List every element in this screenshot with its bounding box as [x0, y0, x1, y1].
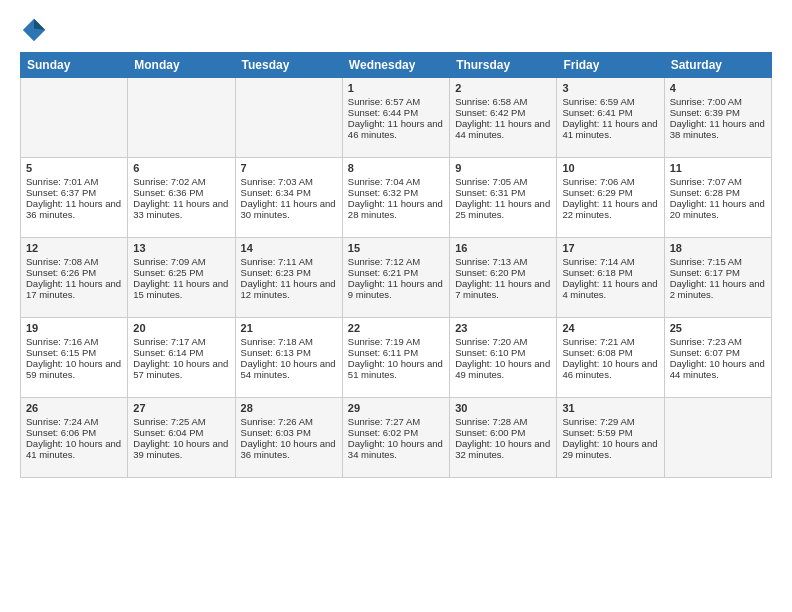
- day-info: Sunset: 6:11 PM: [348, 347, 444, 358]
- day-info: Sunset: 6:34 PM: [241, 187, 337, 198]
- calendar-cell: 8Sunrise: 7:04 AMSunset: 6:32 PMDaylight…: [342, 158, 449, 238]
- day-number: 31: [562, 402, 658, 414]
- day-info: Daylight: 10 hours and 57 minutes.: [133, 358, 229, 380]
- header-cell-wednesday: Wednesday: [342, 53, 449, 78]
- day-info: Sunrise: 7:13 AM: [455, 256, 551, 267]
- day-number: 20: [133, 322, 229, 334]
- calendar-cell: 7Sunrise: 7:03 AMSunset: 6:34 PMDaylight…: [235, 158, 342, 238]
- day-info: Daylight: 11 hours and 44 minutes.: [455, 118, 551, 140]
- week-row-4: 26Sunrise: 7:24 AMSunset: 6:06 PMDayligh…: [21, 398, 772, 478]
- header-cell-sunday: Sunday: [21, 53, 128, 78]
- day-info: Sunrise: 7:09 AM: [133, 256, 229, 267]
- day-info: Sunrise: 7:04 AM: [348, 176, 444, 187]
- calendar-cell: 10Sunrise: 7:06 AMSunset: 6:29 PMDayligh…: [557, 158, 664, 238]
- week-row-2: 12Sunrise: 7:08 AMSunset: 6:26 PMDayligh…: [21, 238, 772, 318]
- day-number: 8: [348, 162, 444, 174]
- day-number: 26: [26, 402, 122, 414]
- day-info: Sunset: 6:37 PM: [26, 187, 122, 198]
- day-number: 25: [670, 322, 766, 334]
- day-info: Daylight: 11 hours and 15 minutes.: [133, 278, 229, 300]
- calendar-cell: [21, 78, 128, 158]
- day-info: Daylight: 11 hours and 7 minutes.: [455, 278, 551, 300]
- calendar-cell: 22Sunrise: 7:19 AMSunset: 6:11 PMDayligh…: [342, 318, 449, 398]
- day-info: Sunset: 6:02 PM: [348, 427, 444, 438]
- day-info: Daylight: 11 hours and 36 minutes.: [26, 198, 122, 220]
- week-row-1: 5Sunrise: 7:01 AMSunset: 6:37 PMDaylight…: [21, 158, 772, 238]
- day-number: 18: [670, 242, 766, 254]
- day-info: Sunset: 6:10 PM: [455, 347, 551, 358]
- day-info: Sunrise: 7:16 AM: [26, 336, 122, 347]
- day-info: Daylight: 11 hours and 2 minutes.: [670, 278, 766, 300]
- calendar-cell: 24Sunrise: 7:21 AMSunset: 6:08 PMDayligh…: [557, 318, 664, 398]
- day-info: Sunrise: 7:02 AM: [133, 176, 229, 187]
- calendar-cell: [128, 78, 235, 158]
- day-info: Daylight: 11 hours and 22 minutes.: [562, 198, 658, 220]
- day-number: 30: [455, 402, 551, 414]
- day-info: Sunrise: 6:58 AM: [455, 96, 551, 107]
- day-info: Sunrise: 7:00 AM: [670, 96, 766, 107]
- calendar-cell: 15Sunrise: 7:12 AMSunset: 6:21 PMDayligh…: [342, 238, 449, 318]
- day-number: 13: [133, 242, 229, 254]
- day-info: Sunset: 6:23 PM: [241, 267, 337, 278]
- logo-icon: [20, 16, 48, 44]
- header: [20, 16, 772, 44]
- day-info: Daylight: 10 hours and 49 minutes.: [455, 358, 551, 380]
- day-info: Sunset: 6:25 PM: [133, 267, 229, 278]
- day-number: 27: [133, 402, 229, 414]
- day-info: Sunset: 5:59 PM: [562, 427, 658, 438]
- header-cell-monday: Monday: [128, 53, 235, 78]
- day-info: Daylight: 11 hours and 4 minutes.: [562, 278, 658, 300]
- day-number: 5: [26, 162, 122, 174]
- day-info: Sunrise: 7:18 AM: [241, 336, 337, 347]
- calendar-cell: 19Sunrise: 7:16 AMSunset: 6:15 PMDayligh…: [21, 318, 128, 398]
- day-info: Sunset: 6:36 PM: [133, 187, 229, 198]
- day-number: 3: [562, 82, 658, 94]
- day-info: Daylight: 10 hours and 32 minutes.: [455, 438, 551, 460]
- day-info: Daylight: 10 hours and 59 minutes.: [26, 358, 122, 380]
- calendar-cell: 13Sunrise: 7:09 AMSunset: 6:25 PMDayligh…: [128, 238, 235, 318]
- calendar-cell: 21Sunrise: 7:18 AMSunset: 6:13 PMDayligh…: [235, 318, 342, 398]
- day-info: Sunset: 6:18 PM: [562, 267, 658, 278]
- day-info: Daylight: 10 hours and 44 minutes.: [670, 358, 766, 380]
- day-info: Sunset: 6:21 PM: [348, 267, 444, 278]
- day-info: Sunset: 6:08 PM: [562, 347, 658, 358]
- calendar-table: SundayMondayTuesdayWednesdayThursdayFrid…: [20, 52, 772, 478]
- header-cell-friday: Friday: [557, 53, 664, 78]
- day-info: Sunrise: 7:01 AM: [26, 176, 122, 187]
- day-info: Sunrise: 7:08 AM: [26, 256, 122, 267]
- day-number: 16: [455, 242, 551, 254]
- day-info: Sunset: 6:39 PM: [670, 107, 766, 118]
- calendar-cell: [235, 78, 342, 158]
- day-info: Sunrise: 7:27 AM: [348, 416, 444, 427]
- day-info: Sunset: 6:28 PM: [670, 187, 766, 198]
- day-info: Sunrise: 7:14 AM: [562, 256, 658, 267]
- day-info: Sunset: 6:04 PM: [133, 427, 229, 438]
- day-info: Sunrise: 6:57 AM: [348, 96, 444, 107]
- day-number: 2: [455, 82, 551, 94]
- day-info: Sunset: 6:44 PM: [348, 107, 444, 118]
- day-info: Sunrise: 7:11 AM: [241, 256, 337, 267]
- calendar-cell: 27Sunrise: 7:25 AMSunset: 6:04 PMDayligh…: [128, 398, 235, 478]
- day-info: Sunrise: 7:17 AM: [133, 336, 229, 347]
- day-info: Daylight: 11 hours and 12 minutes.: [241, 278, 337, 300]
- header-cell-tuesday: Tuesday: [235, 53, 342, 78]
- day-info: Daylight: 10 hours and 29 minutes.: [562, 438, 658, 460]
- week-row-0: 1Sunrise: 6:57 AMSunset: 6:44 PMDaylight…: [21, 78, 772, 158]
- day-number: 17: [562, 242, 658, 254]
- day-info: Sunset: 6:31 PM: [455, 187, 551, 198]
- calendar-cell: 18Sunrise: 7:15 AMSunset: 6:17 PMDayligh…: [664, 238, 771, 318]
- day-info: Daylight: 10 hours and 34 minutes.: [348, 438, 444, 460]
- day-info: Daylight: 11 hours and 20 minutes.: [670, 198, 766, 220]
- day-info: Sunrise: 7:25 AM: [133, 416, 229, 427]
- day-info: Sunset: 6:14 PM: [133, 347, 229, 358]
- day-info: Daylight: 11 hours and 17 minutes.: [26, 278, 122, 300]
- day-info: Daylight: 10 hours and 39 minutes.: [133, 438, 229, 460]
- day-number: 7: [241, 162, 337, 174]
- day-number: 6: [133, 162, 229, 174]
- day-info: Sunset: 6:29 PM: [562, 187, 658, 198]
- day-info: Sunrise: 7:23 AM: [670, 336, 766, 347]
- week-row-3: 19Sunrise: 7:16 AMSunset: 6:15 PMDayligh…: [21, 318, 772, 398]
- day-info: Sunset: 6:17 PM: [670, 267, 766, 278]
- calendar-cell: 17Sunrise: 7:14 AMSunset: 6:18 PMDayligh…: [557, 238, 664, 318]
- day-info: Sunset: 6:07 PM: [670, 347, 766, 358]
